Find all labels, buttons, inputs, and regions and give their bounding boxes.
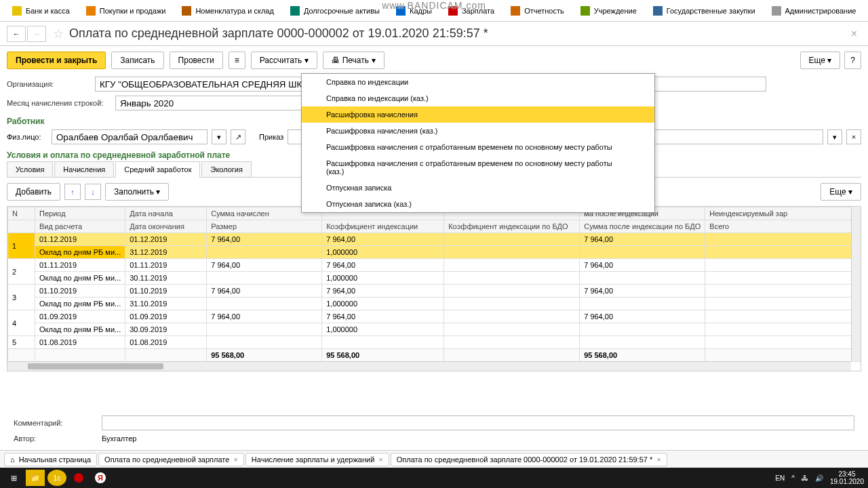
watermark: www.BANDICAM.com [382, 0, 486, 11]
more-button[interactable]: Еще ▾ [800, 52, 841, 69]
print-item-decoding-worked[interactable]: Расшифровка начисления с отработанным вр… [302, 139, 654, 155]
volume-icon[interactable]: 🔊 [815, 474, 823, 482]
comment-input[interactable] [102, 415, 854, 430]
month-input[interactable] [115, 96, 319, 110]
employee-input[interactable] [52, 129, 208, 144]
org-label: Организация: [7, 80, 95, 88]
home-icon: ⌂ [10, 455, 15, 464]
tab-ecology[interactable]: Экология [201, 161, 252, 177]
table-row[interactable]: 301.10.201901.10.20197 964,007 964,007 9… [8, 285, 861, 298]
network-icon[interactable]: 🖧 [802, 474, 808, 482]
window-tab-1[interactable]: Оплата по среднедневной зарплате× [98, 453, 244, 466]
tab-conditions[interactable]: Условия [7, 161, 53, 177]
window-tab-3[interactable]: Оплата по среднедневной зарплате 0000-00… [391, 453, 667, 466]
close-icon[interactable]: × [847, 28, 861, 40]
author-value: Бухгалтер [102, 434, 136, 443]
window-tabs: ⌂Начальная страница Оплата по среднеднев… [0, 450, 868, 468]
data-grid: N Период Дата начала Сумма начислен ма п… [7, 206, 861, 371]
horizontal-scrollbar[interactable] [7, 361, 851, 371]
move-down-icon[interactable]: ↓ [85, 184, 101, 200]
nav-org[interactable]: Учреждение [572, 0, 645, 21]
system-tray: EN ^ 🖧 🔊 23:45 19.01.2020 [775, 470, 864, 485]
table-row[interactable]: 101.12.201901.12.20197 964,007 964,007 9… [8, 233, 861, 246]
print-item-index-kaz[interactable]: Справка по индексации (каз.) [302, 90, 654, 106]
tab-close-icon[interactable]: × [378, 455, 382, 464]
clock[interactable]: 23:45 19.01.2020 [830, 470, 864, 485]
record-icon[interactable] [69, 470, 88, 486]
print-item-decoding-worked-kaz[interactable]: Расшифровка начисления с отработанным вр… [302, 155, 654, 180]
table-row[interactable]: Оклад по дням РБ ми...30.11.20191,000000 [8, 272, 861, 285]
nav-label: Номенклатура и склад [195, 7, 273, 15]
order-label: Приказ [259, 133, 283, 141]
fill-button[interactable]: Заполнить ▾ [105, 183, 169, 201]
nav-procurement[interactable]: Государственные закупки [645, 0, 764, 21]
nav-label: Банк и касса [26, 7, 70, 15]
favorite-icon[interactable]: ☆ [53, 26, 64, 41]
print-item-decoding-kaz[interactable]: Расшифровка начисления (каз.) [302, 123, 654, 139]
comment-label: Комментарий: [14, 419, 102, 427]
employee-dropdown-icon[interactable]: ▾ [212, 129, 226, 144]
totals-row: 95 568,00 95 568,00 95 568,00 [8, 349, 861, 362]
tab-close-icon[interactable]: × [656, 455, 660, 464]
print-item-decoding[interactable]: Расшифровка начисления [302, 106, 654, 123]
table-row[interactable]: 501.08.201901.08.2019 [8, 336, 861, 349]
main-toolbar: Провести и закрыть Записать Провести ≡ Р… [0, 46, 868, 75]
table-row[interactable]: Оклад по дням РБ ми...31.10.20191,000000 [8, 298, 861, 310]
list-icon-button[interactable]: ≡ [229, 52, 245, 69]
page-title: Оплата по среднедневной зарплате 0000-00… [69, 26, 847, 41]
tray-up-icon[interactable]: ^ [791, 474, 795, 482]
save-button[interactable]: Записать [111, 52, 163, 69]
print-item-index[interactable]: Справка по индексации [302, 74, 654, 90]
print-item-leave-note[interactable]: Отпускная записка [302, 180, 654, 196]
tab-average-salary[interactable]: Средний заработок [115, 161, 200, 178]
window-tab-2[interactable]: Начисление зарплаты и удержаний× [245, 453, 389, 466]
commit-close-button[interactable]: Провести и закрыть [7, 52, 106, 69]
tab-more-button[interactable]: Еще ▾ [821, 183, 861, 201]
order-dropdown-icon[interactable]: ▾ [827, 129, 842, 144]
print-dropdown-menu: Справка по индексации Справка по индекса… [301, 73, 655, 213]
1c-icon[interactable]: 1c [47, 470, 66, 486]
table-row[interactable]: 201.11.201901.11.20197 964,007 964,007 9… [8, 259, 861, 272]
title-bar: ← → ☆ Оплата по среднедневной зарплате 0… [0, 22, 868, 46]
back-button[interactable]: ← [7, 26, 26, 42]
post-button[interactable]: Провести [170, 52, 223, 69]
nav-label: Долгосрочные активы [304, 7, 380, 15]
nav-reports[interactable]: Отчетность [502, 0, 572, 21]
tab-accruals[interactable]: Начисления [54, 161, 114, 177]
employee-label: Физ.лицо: [7, 133, 47, 141]
printer-icon: 🖶 [332, 56, 340, 65]
tab-close-icon[interactable]: × [233, 455, 237, 464]
nav-label: Учреждение [594, 7, 637, 15]
calculate-button[interactable]: Рассчитать ▾ [251, 52, 317, 69]
yandex-icon[interactable]: Я [91, 470, 110, 486]
add-button[interactable]: Добавить [7, 183, 60, 201]
lang-indicator[interactable]: EN [775, 474, 785, 482]
nav-nomenclature[interactable]: Номенклатура и склад [174, 0, 281, 21]
help-button[interactable]: ? [844, 52, 861, 69]
windows-taskbar: ⊞ 📁 1c Я EN ^ 🖧 🔊 23:45 19.01.2020 [0, 468, 868, 488]
nav-purchases[interactable]: Покупки и продажи [78, 0, 174, 21]
nav-assets[interactable]: Долгосрочные активы [282, 0, 388, 21]
table-row[interactable]: Оклад по дням РБ ми...30.09.20191,000000 [8, 323, 861, 336]
nav-label: Отчетность [524, 7, 564, 15]
nav-label: Администрирование [785, 7, 856, 15]
explorer-icon[interactable]: 📁 [26, 470, 45, 486]
forward-button[interactable]: → [27, 26, 46, 42]
print-button[interactable]: 🖶Печать ▾ [323, 52, 384, 69]
order-clear-icon[interactable]: × [846, 129, 861, 144]
vertical-scrollbar[interactable] [851, 207, 861, 361]
nav-bank[interactable]: Банк и касса [4, 0, 78, 21]
table-row[interactable]: Оклад по дням РБ ми...31.12.20191,000000 [8, 246, 861, 259]
nav-admin[interactable]: Администрирование [764, 0, 865, 21]
author-label: Автор: [14, 434, 102, 443]
bottom-form: Комментарий: Автор: Бухгалтер [0, 411, 868, 447]
start-icon[interactable]: ⊞ [4, 470, 23, 486]
employee-open-icon[interactable]: ↗ [231, 129, 245, 144]
table-row[interactable]: 401.09.201901.09.20197 964,007 964,007 9… [8, 310, 861, 323]
home-tab[interactable]: ⌂Начальная страница [4, 453, 97, 466]
nav-label: Покупки и продажи [100, 7, 166, 15]
move-up-icon[interactable]: ↑ [64, 184, 81, 200]
print-item-leave-note-kaz[interactable]: Отпускная записка (каз.) [302, 196, 654, 212]
header-row-2: Вид расчета Дата окончания Размер Коэффи… [8, 220, 861, 233]
month-label: Месяц начисления строкой: [7, 99, 115, 107]
